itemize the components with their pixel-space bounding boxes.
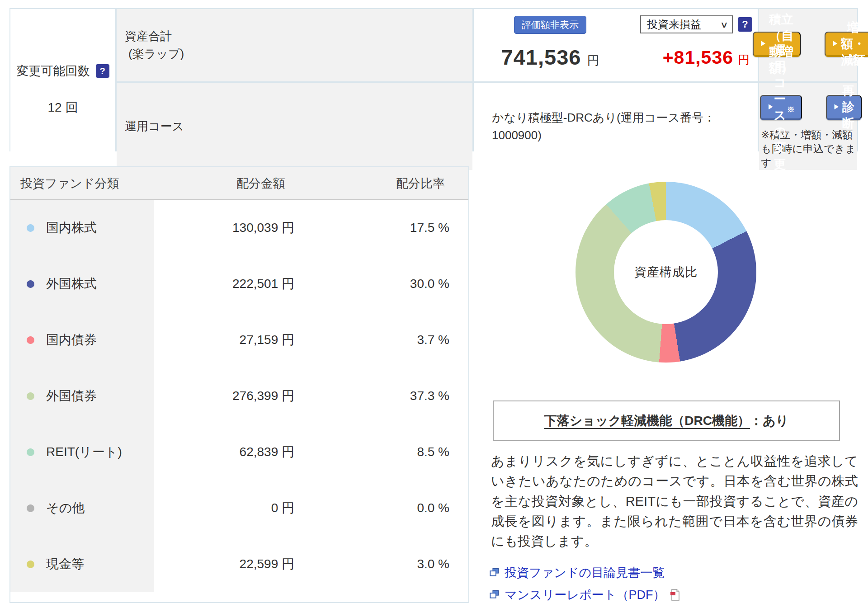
- category-color-dot: [27, 392, 34, 400]
- help-icon[interactable]: ?: [96, 64, 109, 78]
- course-label-cell: 運用コース: [117, 83, 472, 170]
- table-row: 国内債券 27,159 円 3.7 %: [10, 312, 468, 368]
- category-label: 外国株式: [46, 275, 97, 292]
- asset-total-label: 資産合計: [125, 28, 472, 45]
- category-color-dot: [27, 224, 34, 232]
- asset-total-value-cell: 評価額非表示 741,536 円 投資来損益 ∨ ? +81,536 円: [474, 9, 758, 81]
- external-window-icon: [489, 589, 500, 600]
- category-color-dot: [27, 448, 34, 456]
- chart-area: 資産構成比 下落ショック軽減機能（DRC機能） ：あり あまりリスクを気にしすぎ…: [469, 166, 858, 603]
- column-header-category: 投資ファンド分類: [10, 175, 154, 192]
- alloc-table-body: 国内株式 130,039 円 17.5 % 外国株式 222,501 円 30.…: [10, 200, 468, 592]
- column-header-amount: 配分金額: [154, 175, 303, 192]
- row-category-cell: REIT(リート): [10, 424, 154, 480]
- course-change-button-label: 運用コースの変更: [774, 42, 786, 172]
- profit-loss-value: +81,536: [663, 47, 733, 68]
- asset-total-value: 741,536: [501, 45, 581, 70]
- course-value-cell: かなり積極型-DRCあり(運用コース番号：1000900): [474, 83, 758, 170]
- allocation-table: 投資ファンド分類 配分金額 配分比率 国内株式 130,039 円 17.5 %…: [9, 166, 469, 603]
- donut-center-label: 資産構成比: [614, 220, 718, 324]
- category-color-dot: [27, 280, 34, 288]
- prospectus-link-row: 投資ファンドの目論見書一覧: [489, 565, 858, 581]
- table-row: 外国株式 222,501 円 30.0 %: [10, 256, 468, 312]
- hide-valuation-button[interactable]: 評価額非表示: [514, 16, 586, 34]
- prospectus-link[interactable]: 投資ファンドの目論見書一覧: [505, 565, 665, 581]
- category-label: その他: [46, 499, 85, 517]
- help-icon[interactable]: ?: [738, 17, 752, 32]
- row-ratio: 8.5 %: [303, 445, 468, 459]
- category-label: 外国債券: [46, 387, 97, 405]
- rediagnosis-button-label: 再診断: [842, 83, 854, 132]
- row-ratio: 0.0 %: [303, 501, 468, 515]
- arrow-right-icon: ▶: [760, 40, 766, 48]
- table-row: REIT(リート) 62,839 円 8.5 %: [10, 424, 468, 480]
- drc-feature-status: ：あり: [750, 412, 788, 429]
- category-label: 国内債券: [46, 331, 97, 349]
- category-label: 国内株式: [46, 219, 97, 236]
- table-row: 現金等 22,599 円 3.0 %: [10, 536, 468, 592]
- profit-loss-value-row: +81,536 円: [663, 47, 752, 68]
- pdf-file-icon: [670, 589, 680, 601]
- row-category-cell: 国内株式: [10, 200, 154, 256]
- asset-total-value-row: 741,536 円: [501, 45, 599, 70]
- row-ratio: 3.0 %: [303, 557, 468, 571]
- summary-panel: 資産合計 (楽ラップ) 評価額非表示 741,536 円 投資来損益 ∨ ?: [9, 8, 858, 151]
- row-ratio: 17.5 %: [303, 221, 468, 235]
- row-ratio: 3.7 %: [303, 333, 468, 347]
- monthly-report-link-row: マンスリーレポート（PDF）: [489, 587, 858, 603]
- change-count-label-row: 変更可能回数 ?: [17, 63, 109, 79]
- row-category-cell: 外国株式: [10, 256, 154, 312]
- content-row: 投資ファンド分類 配分金額 配分比率 国内株式 130,039 円 17.5 %…: [9, 166, 858, 603]
- row-category-cell: 国内債券: [10, 312, 154, 368]
- row-amount: 130,039 円: [154, 219, 303, 236]
- profit-loss-unit: 円: [738, 52, 750, 68]
- top-buttons-row2: ▶ 運用コースの変更 ※ ▶ 再診断 ※積立・増額・減額も同時に申込できます: [759, 83, 857, 170]
- course-buttons-row: ▶ 運用コースの変更 ※ ▶ 再診断: [759, 95, 857, 120]
- asset-total-unit: 円: [587, 52, 599, 69]
- row-category-cell: その他: [10, 480, 154, 536]
- increase-decrease-button-label: 増額・減額: [841, 19, 865, 68]
- arrow-right-icon: ▶: [832, 40, 838, 48]
- external-window-icon: [489, 567, 500, 578]
- course-label: 運用コース: [125, 118, 472, 135]
- change-count-value: 12 回: [48, 99, 78, 116]
- profit-loss-period-value: 投資来損益: [647, 17, 701, 32]
- document-links: 投資ファンドの目論見書一覧 マンスリーレポート（PDF）: [489, 565, 858, 603]
- category-label: REIT(リート): [46, 443, 122, 461]
- course-change-button[interactable]: ▶ 運用コースの変更 ※: [760, 95, 802, 120]
- profit-loss-dropdown-row: 投資来損益 ∨ ?: [640, 15, 752, 33]
- allocation-table-header: 投資ファンド分類 配分金額 配分比率: [10, 167, 468, 200]
- asset-total-sublabel: (楽ラップ): [125, 45, 472, 63]
- row-category-cell: 外国債券: [10, 368, 154, 424]
- row-ratio: 37.3 %: [303, 389, 468, 403]
- row-amount: 22,599 円: [154, 556, 303, 573]
- column-header-ratio: 配分比率: [303, 175, 468, 192]
- asset-total-group: 評価額非表示 741,536 円: [474, 9, 609, 81]
- increase-decrease-button[interactable]: ▶ 増額・減額: [825, 32, 868, 57]
- drc-feature-title: 下落ショック軽減機能（DRC機能）: [544, 412, 750, 429]
- row-ratio: 30.0 %: [303, 277, 468, 291]
- asset-composition-donut: 資産構成比: [576, 182, 756, 363]
- row-amount: 276,399 円: [154, 387, 303, 405]
- arrow-right-icon: ▶: [834, 103, 840, 111]
- change-count-panel: 変更可能回数 ? 12 回: [10, 9, 115, 170]
- table-row: 外国債券 276,399 円 37.3 %: [10, 368, 468, 424]
- profit-loss-period-select[interactable]: 投資来損益 ∨: [640, 15, 733, 33]
- table-row: その他 0 円 0.0 %: [10, 480, 468, 536]
- arrow-right-icon: ▶: [768, 103, 774, 111]
- profit-loss-group: 投資来損益 ∨ ? +81,536 円: [609, 9, 758, 81]
- row-amount: 0 円: [154, 499, 303, 517]
- row-category-cell: 現金等: [10, 536, 154, 592]
- row-amount: 222,501 円: [154, 275, 303, 292]
- change-count-label: 変更可能回数: [17, 63, 90, 79]
- course-description: あまりリスクを気にしすぎずに、とことん収益性を追求していきたいあなたのためのコー…: [491, 451, 858, 551]
- asset-total-label-cell: 資産合計 (楽ラップ): [117, 9, 472, 81]
- course-change-note-mark: ※: [787, 104, 795, 118]
- category-color-dot: [27, 504, 34, 512]
- monthly-report-link[interactable]: マンスリーレポート（PDF）: [505, 587, 665, 603]
- rediagnosis-button[interactable]: ▶ 再診断: [826, 95, 862, 120]
- chevron-down-icon: ∨: [720, 19, 729, 30]
- course-value: かなり積極型-DRCあり(運用コース番号：1000900): [492, 109, 758, 144]
- row-amount: 62,839 円: [154, 443, 303, 461]
- rakuten-wrap-page: 資産合計 (楽ラップ) 評価額非表示 741,536 円 投資来損益 ∨ ?: [0, 0, 868, 603]
